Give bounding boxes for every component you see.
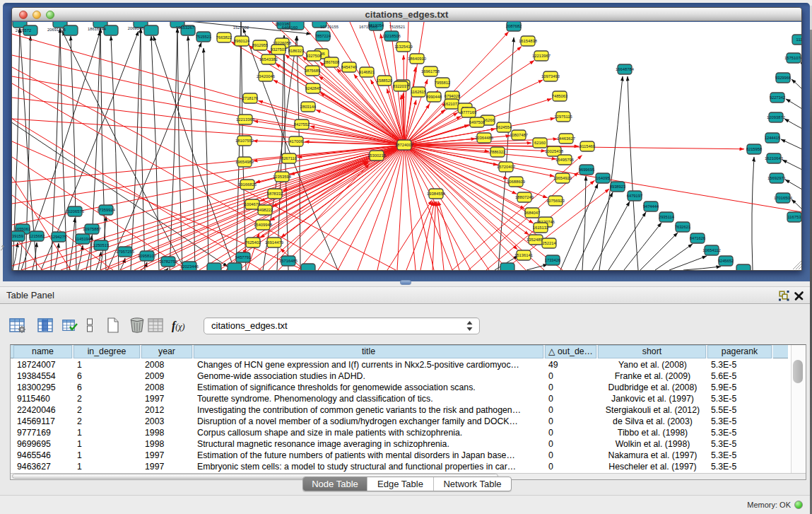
svg-text:1733426: 1733426 (545, 258, 561, 262)
svg-text:19384554: 19384554 (427, 192, 446, 196)
svg-text:16782759: 16782759 (159, 259, 177, 264)
svg-text:2935114: 2935114 (659, 215, 675, 219)
svg-text:20206576: 20206576 (66, 209, 84, 214)
svg-text:8427552: 8427552 (294, 122, 310, 127)
svg-text:15495796: 15495796 (555, 158, 574, 162)
svg-text:1655061: 1655061 (15, 227, 31, 231)
svg-text:9327503: 9327503 (271, 47, 287, 52)
svg-text:9242845: 9242845 (305, 86, 322, 90)
svg-text:13654923: 13654923 (553, 176, 572, 180)
svg-text:9329966: 9329966 (775, 76, 792, 80)
svg-text:9245652: 9245652 (718, 259, 734, 263)
svg-text:16713565: 16713565 (359, 25, 377, 29)
svg-text:14463627: 14463627 (557, 136, 575, 141)
svg-text:1250513: 1250513 (93, 243, 110, 247)
svg-text:9227342: 9227342 (770, 95, 786, 100)
svg-text:6794028: 6794028 (445, 94, 461, 98)
svg-text:8186323: 8186323 (288, 49, 305, 53)
svg-text:12353594: 12353594 (273, 175, 292, 179)
svg-text:15751074: 15751074 (784, 56, 802, 60)
svg-text:116753: 116753 (788, 215, 801, 219)
svg-text:1527602: 1527602 (233, 25, 249, 30)
svg-text:16543382: 16543382 (259, 57, 278, 62)
svg-text:1615132: 1615132 (533, 226, 549, 230)
svg-text:2803144: 2803144 (300, 105, 317, 109)
svg-text:12213967: 12213967 (532, 54, 551, 58)
svg-text:1145194: 1145194 (75, 237, 91, 241)
svg-text:3875685: 3875685 (305, 69, 321, 73)
svg-text:18616044: 18616044 (88, 27, 107, 31)
svg-text:111: 111 (796, 37, 802, 42)
svg-text:7632621: 7632621 (675, 225, 691, 229)
svg-text:10653267: 10653267 (176, 25, 194, 30)
svg-text:13218506: 13218506 (382, 34, 401, 38)
svg-text:8912955: 8912955 (252, 43, 269, 47)
svg-text:12023446: 12023446 (180, 264, 199, 269)
svg-text:12093872: 12093872 (767, 115, 785, 119)
svg-text:17359924: 17359924 (97, 208, 116, 212)
svg-text:11325419: 11325419 (394, 45, 412, 49)
svg-text:9474444: 9474444 (643, 204, 659, 209)
svg-text:6497508: 6497508 (469, 120, 486, 124)
svg-text:1244415: 1244415 (765, 136, 781, 140)
svg-text:7515521: 7515521 (389, 25, 406, 29)
svg-text:15300215: 15300215 (367, 153, 386, 158)
svg-text:18107552: 18107552 (235, 139, 254, 143)
svg-text:2867608: 2867608 (324, 60, 340, 64)
svg-text:10958107: 10958107 (138, 254, 156, 258)
svg-text:16914479: 16914479 (265, 240, 283, 245)
svg-text:1621072: 1621072 (444, 102, 460, 106)
svg-text:1004676: 1004676 (245, 202, 261, 206)
svg-text:10654112: 10654112 (702, 248, 720, 252)
svg-text:4498222: 4498222 (257, 208, 273, 212)
svg-text:1294275: 1294275 (51, 235, 67, 239)
svg-text:7955812: 7955812 (435, 81, 451, 85)
svg-text:10973493: 10973493 (541, 74, 560, 78)
svg-text:9457791: 9457791 (235, 255, 252, 259)
svg-text:7515521: 7515521 (196, 35, 212, 39)
svg-text:8938923: 8938923 (610, 185, 626, 189)
svg-text:252214: 252214 (542, 241, 556, 245)
svg-text:12975115: 12975115 (554, 115, 572, 119)
svg-text:8267110: 8267110 (281, 156, 297, 160)
svg-text:19166825: 19166825 (238, 182, 257, 187)
svg-text:8471626: 8471626 (690, 236, 706, 240)
svg-text:5878332: 5878332 (267, 192, 283, 196)
svg-text:3684047: 3684047 (524, 211, 541, 215)
svg-text:10688609: 10688609 (507, 180, 525, 184)
svg-text:20691406: 20691406 (47, 28, 66, 32)
svg-text:15720407: 15720407 (497, 165, 515, 169)
svg-text:10807487: 10807487 (510, 133, 528, 137)
svg-text:3624554: 3624554 (496, 125, 512, 129)
svg-text:7886322: 7886322 (490, 150, 506, 154)
svg-text:39159: 39159 (12, 234, 23, 238)
svg-text:9777169: 9777169 (461, 110, 477, 115)
svg-text:9699695: 9699695 (579, 168, 595, 172)
svg-text:15716485: 15716485 (279, 259, 298, 263)
svg-text:8215958: 8215958 (746, 147, 763, 151)
svg-text:16961758: 16961758 (421, 69, 440, 74)
svg-text:10025438: 10025438 (545, 149, 563, 153)
svg-text:12213369: 12213369 (236, 117, 254, 122)
svg-text:62160: 62160 (534, 141, 546, 145)
svg-text:19654983: 19654983 (235, 160, 254, 164)
svg-text:18640910: 18640910 (408, 57, 426, 61)
svg-text:10719155: 10719155 (320, 25, 339, 29)
svg-text:7857224: 7857224 (315, 34, 331, 38)
svg-text:2087682: 2087682 (506, 24, 522, 28)
svg-text:1162615: 1162615 (411, 90, 426, 94)
svg-text:9115460: 9115460 (579, 144, 595, 148)
svg-text:1215682: 1215682 (29, 234, 45, 238)
svg-text:10756923: 10756923 (546, 199, 565, 203)
svg-text:15136141: 15136141 (514, 253, 533, 257)
svg-text:18807249: 18807249 (515, 195, 534, 199)
svg-text:9146821: 9146821 (359, 70, 375, 74)
svg-text:16154838: 16154838 (519, 39, 537, 43)
svg-text:8454749: 8454749 (341, 65, 358, 69)
svg-text:10975887: 10975887 (83, 227, 101, 231)
svg-text:7663822: 7663822 (216, 35, 233, 40)
svg-text:7485063: 7485063 (552, 94, 568, 98)
svg-text:417006: 417006 (289, 139, 302, 144)
svg-text:6479197: 6479197 (627, 194, 643, 198)
svg-text:15409948: 15409948 (254, 223, 272, 227)
